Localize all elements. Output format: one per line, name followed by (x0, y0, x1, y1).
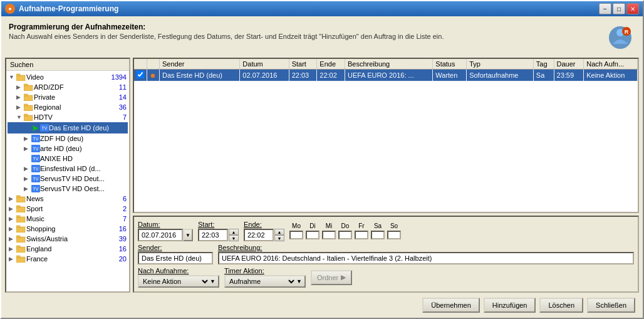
close-button[interactable]: ✕ (626, 3, 639, 14)
datum-label: Datum: (138, 221, 193, 228)
sidebar-item-video[interactable]: ▼ Video 1394 (8, 72, 128, 82)
row-rec-icon: ⏺ (147, 70, 160, 81)
sidebar-item-swiss-austria[interactable]: ▶ Swiss/Austria 39 (8, 234, 128, 244)
sidebar-item-music[interactable]: ▶ Music 7 (8, 214, 128, 224)
expand-arrow-servustv-o: ▶ (24, 186, 31, 192)
day-checkbox-so[interactable] (387, 231, 401, 239)
day-label-di: Di (306, 222, 319, 229)
form-row-date: Datum: ▼ Start: ▲ (138, 221, 634, 241)
expand-arrow-news: ▶ (9, 196, 16, 202)
datum-input[interactable] (138, 229, 183, 241)
folder-icon (24, 83, 34, 91)
loschen-button[interactable]: Löschen (539, 298, 583, 313)
table-row[interactable]: ⏺ Das Erste HD (deu) 02.07.2016 22:03 22… (134, 70, 638, 81)
timer-aktion-group: Timer Aktion: Aufnahme Erinnerung ▼ (224, 267, 306, 288)
sender-input[interactable] (138, 252, 213, 264)
sidebar-item-label-das-erste: Das Erste HD (deu) (49, 124, 127, 132)
sidebar-item-label-shopping: Shopping (26, 225, 117, 233)
sidebar-item-servustv-deut[interactable]: ▶ TV ServusTV HD Deut... (8, 174, 128, 184)
col-header-tag[interactable]: Tag (533, 59, 554, 70)
sidebar-item-zdf-hd[interactable]: ▶ TV ZDF HD (deu) (8, 133, 128, 144)
ende-spin-down[interactable]: ▼ (274, 235, 284, 241)
svg-text:TV: TV (33, 157, 39, 161)
sidebar-item-das-erste-hd[interactable]: ➤ TV Das Erste HD (deu) (8, 122, 128, 133)
svg-text:TV: TV (33, 187, 39, 191)
ordner-button[interactable]: Ordner ▶ (311, 270, 352, 285)
sidebar-item-regional[interactable]: ▶ Regional 36 (8, 102, 128, 112)
col-header-datum[interactable]: Datum (240, 59, 289, 70)
sidebar-item-label-arte-hd: arte HD (deu) (40, 145, 127, 152)
channel-icon: TV (31, 175, 40, 182)
start-spin-down[interactable]: ▼ (229, 235, 239, 241)
day-checkbox-sa[interactable] (371, 231, 385, 239)
col-header-beschreibung[interactable]: Beschreibung (345, 59, 432, 70)
svg-rect-8 (24, 95, 33, 101)
nach-aufnahme-select[interactable]: Keine Aktion Standby Herunterfahren (139, 276, 210, 286)
sidebar: Suchen ▼ Video 1394 ▶ (5, 58, 130, 293)
schliessen-button[interactable]: Schließen (587, 298, 635, 313)
col-header-start[interactable]: Start (289, 59, 317, 70)
folder-icon (16, 73, 26, 81)
sidebar-item-private[interactable]: ▶ Private 14 (8, 92, 128, 102)
nach-aufnahme-select-wrapper[interactable]: Keine Aktion Standby Herunterfahren ▼ (138, 275, 219, 288)
nach-aufnahme-group: Nach Aufnahme: Keine Aktion Standby Heru… (138, 267, 219, 288)
day-label-do: Do (338, 222, 352, 229)
ubernehmen-button[interactable]: Übernehmen (422, 298, 480, 313)
sidebar-item-england[interactable]: ▶ England 16 (8, 244, 128, 254)
datum-dropdown-button[interactable]: ▼ (183, 229, 193, 241)
sidebar-item-einsfestival[interactable]: ▶ TV Einsfestival HD (d... (8, 164, 128, 174)
channel-icon: TV (31, 145, 40, 152)
day-checkbox-fr[interactable] (355, 231, 368, 239)
hinzufugen-button[interactable]: Hinzufügen (484, 298, 536, 313)
ende-spinner-buttons: ▲ ▼ (274, 229, 284, 241)
day-checkbox-do[interactable] (338, 231, 352, 239)
minimize-button[interactable]: − (599, 3, 611, 14)
beschreibung-input[interactable] (218, 252, 634, 264)
folder-icon (16, 255, 26, 263)
col-header-checkbox[interactable] (134, 59, 147, 70)
days-labels-row: Mo Di Mi Do Fr Sa So (289, 222, 401, 229)
day-checkbox-di[interactable] (306, 231, 319, 239)
ende-input[interactable] (244, 229, 274, 241)
sidebar-item-shopping[interactable]: ▶ Shopping 16 (8, 224, 128, 234)
day-checkbox-mi[interactable] (322, 231, 336, 239)
sidebar-item-hdtv[interactable]: ▼ HDTV 7 (8, 112, 128, 122)
action-buttons: Übernehmen Hinzufügen Löschen Schließen (5, 295, 639, 314)
start-input[interactable] (198, 229, 228, 241)
start-spin-up[interactable]: ▲ (229, 229, 239, 235)
sidebar-item-count-regional: 36 (119, 103, 127, 111)
sidebar-item-count-video: 1394 (112, 73, 127, 81)
col-header-nach-aufn[interactable]: Nach Aufn... (584, 59, 638, 70)
day-label-mo: Mo (289, 222, 303, 229)
col-header-typ[interactable]: Typ (467, 59, 534, 70)
sidebar-item-france[interactable]: ▶ France 20 (8, 254, 128, 264)
col-header-status[interactable]: Status (433, 59, 467, 70)
sidebar-item-ardzdf[interactable]: ▶ ARD/ZDF 11 (8, 82, 128, 92)
maximize-button[interactable]: □ (613, 3, 625, 14)
right-panel: Sender Datum Start Ende Beschreibung Sta… (133, 58, 639, 293)
col-header-dauer[interactable]: Dauer (554, 59, 584, 70)
sidebar-item-arte-hd[interactable]: ▶ TV arte HD (deu) (8, 144, 128, 154)
col-header-ende[interactable]: Ende (317, 59, 345, 70)
folder-icon (24, 93, 34, 101)
timer-aktion-select[interactable]: Aufnahme Erinnerung (226, 276, 296, 286)
row-typ: Sofortaufnahme (467, 70, 534, 81)
ende-spin-up[interactable]: ▲ (274, 229, 284, 235)
row-checkbox[interactable] (134, 70, 147, 81)
form-row-sender: Sender: Beschreibung: (138, 244, 634, 264)
folder-icon (16, 215, 26, 222)
schedule-table-container: Sender Datum Start Ende Beschreibung Sta… (133, 58, 639, 213)
day-checkbox-mo[interactable] (289, 231, 303, 239)
svg-rect-35 (16, 226, 20, 227)
sidebar-item-news[interactable]: ▶ News 6 (8, 194, 128, 204)
svg-rect-37 (16, 236, 20, 238)
sidebar-item-sport[interactable]: ▶ Sport 2 (8, 204, 128, 214)
sidebar-item-servustv-oest[interactable]: ▶ TV ServusTV HD Oest... (8, 184, 128, 194)
timer-aktion-select-wrapper[interactable]: Aufnahme Erinnerung ▼ (224, 275, 306, 288)
header-section: Programmierung der Aufnahmezeiten: Nach … (5, 20, 639, 55)
col-header-rec[interactable] (147, 59, 160, 70)
nach-aufnahme-arrow: ▼ (210, 278, 216, 285)
col-header-sender[interactable]: Sender (160, 59, 240, 70)
sidebar-item-anixe-hd[interactable]: TV ANIXE HD (8, 154, 128, 164)
expand-arrow-sport: ▶ (9, 206, 16, 212)
